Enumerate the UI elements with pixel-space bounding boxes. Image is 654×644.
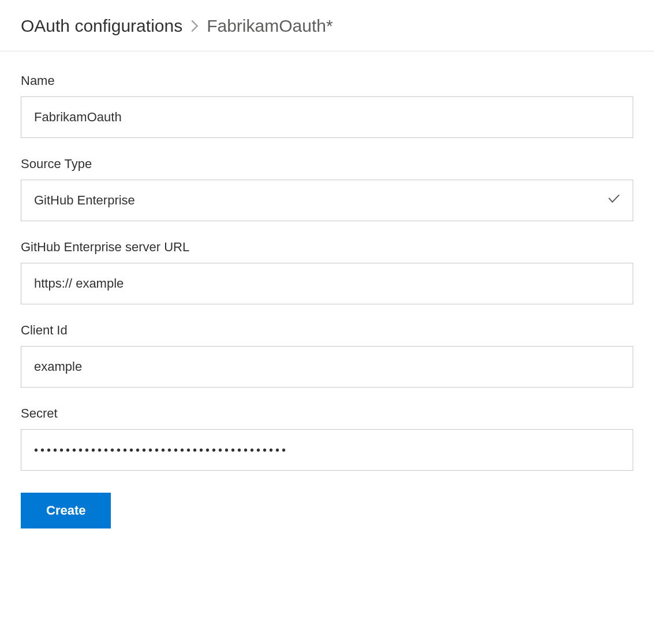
name-input[interactable] [21,96,633,138]
server-url-label: GitHub Enterprise server URL [21,240,633,255]
breadcrumb: OAuth configurations FabrikamOauth* [21,16,633,51]
secret-label: Secret [21,406,633,421]
server-url-input[interactable] [21,263,633,304]
client-id-input[interactable] [21,346,633,388]
name-label: Name [21,73,633,88]
client-id-field-group: Client Id [21,323,633,388]
source-type-select[interactable]: GitHub Enterprise [21,180,633,221]
source-type-field-group: Source Type GitHub Enterprise [21,157,633,221]
secret-input[interactable] [21,429,633,471]
create-button[interactable]: Create [21,493,111,528]
chevron-right-icon [190,20,199,32]
server-url-field-group: GitHub Enterprise server URL [21,240,633,304]
client-id-label: Client Id [21,323,633,338]
breadcrumb-root[interactable]: OAuth configurations [21,16,182,36]
source-type-value: GitHub Enterprise [34,193,135,208]
name-field-group: Name [21,73,633,138]
chevron-down-icon [607,194,620,207]
oauth-config-form: Name Source Type GitHub Enterprise GitHu… [21,51,633,528]
secret-field-group: Secret [21,406,633,471]
source-type-label: Source Type [21,157,633,172]
breadcrumb-current: FabrikamOauth* [207,16,332,36]
